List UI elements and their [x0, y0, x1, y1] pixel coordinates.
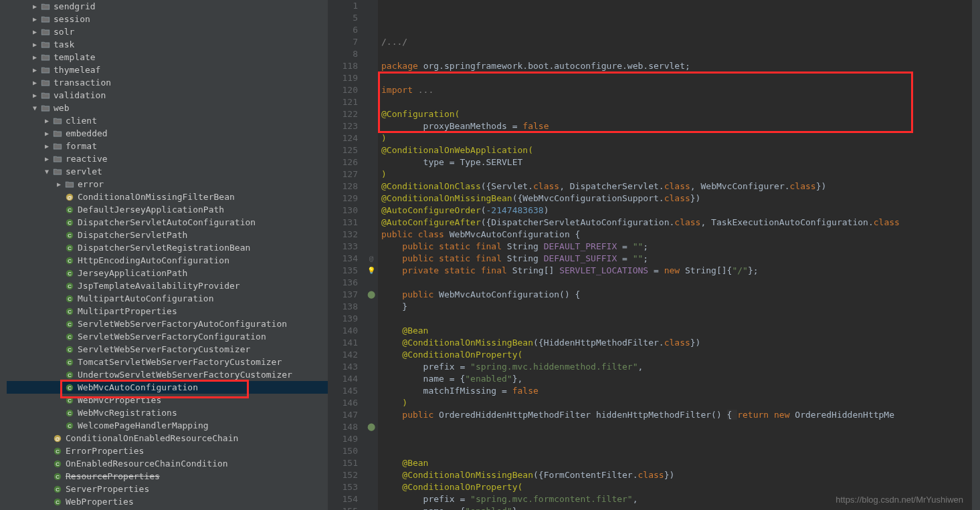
tree-label: TomcatServletWebServerFactoryCustomizer [78, 357, 282, 367]
expand-icon[interactable]: ▶ [31, 15, 39, 23]
svg-text:C: C [68, 346, 72, 352]
tree-node-client[interactable]: ▶client [7, 114, 328, 127]
tree-label: template [54, 52, 96, 62]
tree-node-multipartautoconfiguration[interactable]: CMultipartAutoConfiguration [7, 292, 328, 305]
tree-node-transaction[interactable]: ▶transaction [7, 76, 328, 89]
tree-node-undertowservletwebserverfactorycustomizer[interactable]: CUndertowServletWebServerFactoryCustomiz… [7, 368, 328, 381]
tree-node-resourceproperties[interactable]: CResourceProperties [7, 470, 328, 483]
svg-text:C: C [68, 422, 72, 428]
tree-node-task[interactable]: ▶task [7, 38, 328, 51]
tree-label: reactive [66, 154, 108, 164]
expand-icon[interactable]: ▶ [31, 41, 39, 48]
tree-label: ResourceProperties [66, 471, 160, 481]
class-icon: C [64, 395, 75, 406]
tree-node-web[interactable]: ▼web [7, 102, 328, 114]
tree-node-error[interactable]: ▶error [7, 178, 328, 190]
project-tree[interactable]: ▶sendgrid▶session▶solr▶task▶template▶thy… [0, 0, 328, 510]
annotation-icon: @ [52, 433, 63, 444]
tree-node-thymeleaf[interactable]: ▶thymeleaf [7, 63, 328, 76]
folder-icon [40, 39, 51, 50]
tree-node-session[interactable]: ▶session [7, 13, 328, 25]
tree-node-jsptemplateavailabilityprovider[interactable]: CJspTemplateAvailabilityProvider [7, 279, 328, 292]
tree-node-dispatcherservletautoconfiguration[interactable]: CDispatcherServletAutoConfiguration [7, 216, 328, 229]
tree-label: UndertowServletWebServerFactoryCustomize… [78, 370, 292, 380]
tree-node-sendgrid[interactable]: ▶sendgrid [7, 0, 328, 13]
tree-node-onenabledresourcechaincondition[interactable]: COnEnabledResourceChainCondition [7, 457, 328, 470]
expand-icon[interactable]: ▶ [43, 117, 51, 124]
tree-label: solr [54, 27, 74, 37]
svg-text:C: C [68, 257, 72, 263]
tree-node-solr[interactable]: ▶solr [7, 25, 328, 38]
tree-label: MultipartAutoConfiguration [78, 293, 214, 303]
expand-icon[interactable]: ▶ [31, 53, 39, 61]
tree-node-defaultjerseyapplicationpath[interactable]: CDefaultJerseyApplicationPath [7, 203, 328, 216]
class-icon: C [52, 459, 63, 469]
expand-icon[interactable]: ▼ [31, 104, 39, 112]
folder-icon [40, 14, 51, 25]
expand-icon[interactable]: ▶ [31, 92, 39, 99]
tree-node-webmvcproperties[interactable]: CWebMvcProperties [7, 394, 328, 406]
tree-node-reactive[interactable]: ▶reactive [7, 152, 328, 165]
tree-label: format [66, 141, 97, 151]
tree-node-servletwebserverfactoryautoconfiguration[interactable]: CServletWebServerFactoryAutoConfiguratio… [7, 317, 328, 330]
class-icon: C [64, 408, 75, 418]
tree-label: ServletWebServerFactoryConfiguration [78, 332, 266, 342]
folder-icon [40, 1, 51, 12]
expand-icon[interactable]: ▼ [43, 168, 51, 175]
tree-node-conditionalonmissingfilterbean[interactable]: @ConditionalOnMissingFilterBean [7, 190, 328, 203]
tree-node-jerseyapplicationpath[interactable]: CJerseyApplicationPath [7, 267, 328, 279]
tree-node-webmvcautoconfiguration[interactable]: CWebMvcAutoConfiguration [7, 381, 328, 394]
svg-text:C: C [68, 232, 72, 238]
expand-icon[interactable]: ▶ [31, 28, 39, 35]
tree-node-webmvcregistrations[interactable]: CWebMvcRegistrations [7, 406, 328, 419]
tree-node-serverproperties[interactable]: CServerProperties [7, 483, 328, 495]
tree-node-multipartproperties[interactable]: CMultipartProperties [7, 305, 328, 317]
folder-icon [52, 141, 63, 152]
tree-label: ConditionalOnEnabledResourceChain [66, 433, 238, 443]
svg-text:C: C [68, 410, 72, 416]
class-icon: C [64, 420, 75, 431]
svg-text:C: C [56, 448, 60, 454]
tree-node-dispatcherservletregistrationbean[interactable]: CDispatcherServletRegistrationBean [7, 241, 328, 254]
class-icon: C [64, 370, 75, 380]
expand-icon[interactable]: ▶ [43, 142, 51, 150]
tree-label: ServletWebServerFactoryCustomizer [78, 344, 250, 354]
class-icon: C [64, 332, 75, 342]
svg-text:C: C [68, 245, 72, 251]
tree-node-errorproperties[interactable]: CErrorProperties [7, 444, 328, 457]
tree-label: DispatcherServletRegistrationBean [78, 243, 250, 253]
tree-node-servlet[interactable]: ▼servlet [7, 165, 328, 178]
tree-node-welcomepagehandlermapping[interactable]: CWelcomePageHandlerMapping [7, 419, 328, 432]
code-content[interactable]: /.../ package org.springframework.boot.a… [378, 0, 972, 510]
expand-icon[interactable]: ▶ [43, 155, 51, 162]
expand-icon[interactable]: ▶ [31, 79, 39, 86]
tree-node-tomcatservletwebserverfactorycustomizer[interactable]: CTomcatServletWebServerFactoryCustomizer [7, 356, 328, 368]
tree-label: HttpEncodingAutoConfiguration [78, 255, 229, 265]
tree-node-conditionalonenabledresourcechain[interactable]: @ConditionalOnEnabledResourceChain [7, 432, 328, 444]
tree-node-template[interactable]: ▶template [7, 51, 328, 63]
tree-node-webproperties[interactable]: CWebProperties [7, 495, 328, 508]
tree-label: validation [54, 90, 106, 100]
tree-label: ServletWebServerFactoryAutoConfiguration [78, 319, 287, 329]
tree-node-embedded[interactable]: ▶embedded [7, 127, 328, 140]
expand-icon[interactable]: ▶ [55, 180, 63, 188]
tree-node-format[interactable]: ▶format [7, 140, 328, 152]
folder-icon [52, 128, 63, 139]
tree-label: embedded [66, 128, 108, 138]
svg-text:C: C [68, 207, 72, 213]
expand-icon[interactable]: ▶ [31, 3, 39, 10]
code-editor[interactable]: 1567811811912012112212312412512612712812… [328, 0, 980, 510]
tree-node-servletwebserverfactoryconfiguration[interactable]: CServletWebServerFactoryConfiguration [7, 330, 328, 343]
tree-node-validation[interactable]: ▶validation [7, 89, 328, 102]
svg-text:C: C [68, 334, 72, 340]
tree-label: DispatcherServletAutoConfiguration [78, 217, 256, 227]
tree-node-httpencodingautoconfiguration[interactable]: CHttpEncodingAutoConfiguration [7, 254, 328, 267]
folder-icon [40, 78, 51, 88]
tree-label: DispatcherServletPath [78, 230, 187, 240]
scroll-map[interactable] [972, 0, 980, 510]
expand-icon[interactable]: ▶ [43, 130, 51, 137]
class-icon: C [64, 243, 75, 253]
tree-node-dispatcherservletpath[interactable]: CDispatcherServletPath [7, 229, 328, 241]
tree-node-servletwebserverfactorycustomizer[interactable]: CServletWebServerFactoryCustomizer [7, 343, 328, 356]
expand-icon[interactable]: ▶ [31, 66, 39, 74]
